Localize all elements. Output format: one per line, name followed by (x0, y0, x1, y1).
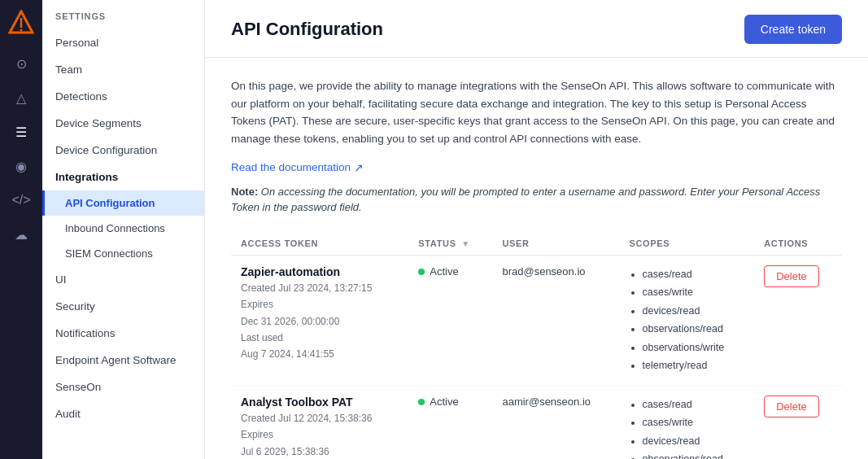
rail-list-icon[interactable]: ☰ (7, 117, 36, 146)
doc-link-text: Read the documentation (231, 161, 351, 173)
sidebar-sub-item-inbound[interactable]: Inbound Connections (42, 216, 204, 241)
sidebar-item-audit[interactable]: Audit (42, 400, 204, 427)
sidebar-item-endpoint[interactable]: Endpoint Agent Software (42, 347, 204, 374)
external-link-icon: ↗ (354, 161, 364, 174)
actions-cell: Delete (754, 385, 842, 459)
col-actions: ACTIONS (754, 232, 842, 256)
col-user: USER (492, 232, 619, 256)
sidebar-item-notifications[interactable]: Notifications (42, 320, 204, 347)
sidebar-item-security[interactable]: Security (42, 293, 204, 320)
sidebar: SETTINGS Personal Team Detections Device… (42, 0, 205, 459)
col-access-token: ACCESS TOKEN (231, 232, 408, 256)
sidebar-item-integrations[interactable]: Integrations (42, 164, 204, 190)
sidebar-item-device-config[interactable]: Device Configuration (42, 137, 204, 164)
sidebar-item-ui[interactable]: UI (42, 266, 204, 293)
sidebar-item-personal[interactable]: Personal (42, 29, 204, 56)
sidebar-item-senseon[interactable]: SenseOn (42, 374, 204, 400)
scopes-list: cases/readcases/writedevices/readobserva… (630, 265, 745, 375)
status-active: Active (418, 396, 458, 408)
status-cell: Active (408, 385, 492, 459)
scope-item: cases/write (643, 413, 745, 432)
rail-cloud-icon[interactable]: ☁ (7, 220, 36, 249)
create-token-button[interactable]: Create token (744, 15, 842, 44)
status-dot (418, 269, 425, 275)
token-name: Analyst Toolbox PAT (241, 396, 399, 409)
scope-item: observations/read (643, 320, 745, 339)
scope-item: observations/read (643, 450, 745, 459)
sidebar-item-device-segments[interactable]: Device Segments (42, 110, 204, 137)
scope-item: telemetry/read (643, 356, 745, 375)
scope-item: observations/write (643, 339, 745, 357)
actions-cell: Delete (754, 255, 842, 385)
user-cell: aamir@senseon.io (492, 385, 619, 459)
read-documentation-link[interactable]: Read the documentation ↗ (231, 161, 364, 174)
sidebar-sub-item-siem[interactable]: SIEM Connections (42, 241, 204, 266)
user-email: brad@senseon.io (502, 265, 585, 278)
col-status: STATUS ▼ (408, 232, 492, 256)
delete-button[interactable]: Delete (764, 396, 819, 417)
scope-item: cases/write (643, 283, 745, 302)
page-description: On this page, we provide the ability to … (231, 77, 842, 147)
scopes-cell: cases/readcases/writedevices/readobserva… (620, 255, 755, 385)
rail-eye-icon[interactable]: ◉ (7, 151, 36, 181)
status-cell: Active (408, 255, 492, 385)
main-content: API Configuration Create token On this p… (205, 0, 868, 459)
status-filter-icon[interactable]: ▼ (461, 239, 470, 248)
status-active: Active (418, 265, 458, 278)
rail-home-icon[interactable]: ⊙ (7, 49, 36, 78)
token-cell: Analyst Toolbox PAT Created Jul 12 2024,… (231, 385, 408, 459)
user-email: aamir@senseon.io (502, 396, 591, 408)
icon-rail: ⊙ △ ☰ ◉ </> ☁ (0, 0, 42, 459)
token-cell: Zapier-automation Created Jul 23 2024, 1… (231, 255, 408, 385)
user-cell: brad@senseon.io (492, 255, 619, 385)
scope-item: cases/read (643, 396, 745, 414)
page-title: API Configuration (231, 19, 383, 40)
svg-point-2 (20, 29, 23, 32)
page-header: API Configuration Create token (205, 0, 868, 58)
status-dot (418, 399, 425, 405)
sidebar-sub-item-api-config[interactable]: API Configuration (42, 190, 204, 216)
token-meta: Created Jul 23 2024, 13:27:15 Expires De… (241, 280, 399, 363)
rail-alert-icon[interactable]: △ (7, 83, 36, 112)
main-body: On this page, we provide the ability to … (205, 58, 868, 459)
app-logo[interactable] (8, 10, 34, 36)
scope-item: devices/read (643, 302, 745, 321)
token-table: ACCESS TOKEN STATUS ▼ USER SCOPES ACTION… (231, 232, 842, 459)
rail-code-icon[interactable]: </> (7, 186, 36, 215)
sidebar-item-team[interactable]: Team (42, 56, 204, 83)
sidebar-header: SETTINGS (42, 0, 204, 29)
scopes-cell: cases/readcases/writedevices/readobserva… (620, 385, 755, 459)
token-meta: Created Jul 12 2024, 15:38:36 Expires Ju… (241, 410, 399, 459)
note-text: Note: On accessing the documentation, yo… (231, 184, 842, 216)
table-row: Zapier-automation Created Jul 23 2024, 1… (231, 255, 842, 385)
col-scopes: SCOPES (620, 232, 755, 256)
delete-button[interactable]: Delete (764, 265, 819, 287)
sidebar-item-detections[interactable]: Detections (42, 83, 204, 110)
scope-item: devices/read (643, 432, 745, 451)
scopes-list: cases/readcases/writedevices/readobserva… (630, 396, 745, 459)
scope-item: cases/read (643, 265, 745, 284)
table-row: Analyst Toolbox PAT Created Jul 12 2024,… (231, 385, 842, 459)
token-name: Zapier-automation (241, 265, 399, 278)
